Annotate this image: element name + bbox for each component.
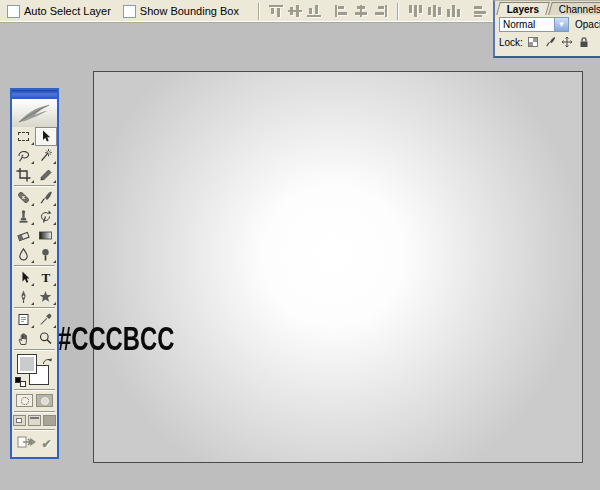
align-right-edges-icon[interactable] <box>372 4 389 19</box>
tab-layers[interactable]: Layers <box>496 2 550 15</box>
crop-tool[interactable] <box>13 165 35 184</box>
layers-panel: Layers Channels Pat Normal ▼ Opaci Lock:… <box>493 0 600 58</box>
hex-color-label: #CCCBCC <box>58 319 174 358</box>
dodge-tool[interactable] <box>35 245 57 264</box>
toolbox-separator <box>14 307 55 308</box>
screen-mode-row <box>12 414 57 428</box>
standard-screen-mode-button[interactable] <box>13 415 26 426</box>
fullscreen-with-menu-button[interactable] <box>28 415 41 426</box>
rectangular-marquee-tool[interactable] <box>13 127 35 146</box>
swap-colors-icon[interactable] <box>41 353 54 371</box>
mask-mode-row <box>12 392 57 410</box>
pen-tool[interactable] <box>13 287 35 306</box>
gradient-tool[interactable] <box>35 226 57 245</box>
lock-pixels-icon[interactable] <box>544 36 557 49</box>
align-top-edges-icon[interactable] <box>268 4 285 19</box>
checkmark-icon[interactable]: ✔ <box>41 437 51 451</box>
clone-stamp-tool[interactable] <box>13 207 35 226</box>
eyedropper-tool[interactable] <box>35 310 57 329</box>
toolbox-separator <box>14 265 55 266</box>
slice-tool[interactable] <box>35 165 57 184</box>
foreground-color-swatch[interactable] <box>17 354 37 374</box>
tab-channels[interactable]: Channels <box>548 2 600 15</box>
blend-mode-row: Normal ▼ Opaci <box>495 15 600 33</box>
quick-mask-mode-button[interactable] <box>36 394 53 407</box>
distribute-left-edges-icon[interactable] <box>473 4 490 19</box>
tool-grid: T <box>12 268 57 306</box>
toolbox-palette: T <box>10 88 59 459</box>
toolbox-separator <box>14 389 55 390</box>
lock-position-icon[interactable] <box>561 36 574 49</box>
align-horizontal-centers-icon[interactable] <box>353 4 370 19</box>
distribute-vertical-centers-icon[interactable] <box>426 4 443 19</box>
jump-to-imageready-icon[interactable] <box>17 435 37 453</box>
palette-tabs: Layers Channels Pat <box>495 1 600 15</box>
tab-channels-label: Channels <box>559 4 600 15</box>
align-bottom-edges-icon[interactable] <box>306 4 323 19</box>
tool-grid <box>12 188 57 264</box>
toolbox-separator <box>14 411 55 412</box>
lasso-tool[interactable] <box>13 146 35 165</box>
custom-shape-tool[interactable] <box>35 287 57 306</box>
show-bounding-box-label: Show Bounding Box <box>140 5 239 17</box>
opacity-label: Opaci <box>575 19 600 30</box>
color-swatch-area <box>12 352 57 388</box>
svg-text:T: T <box>42 270 51 285</box>
toolbox-separator <box>14 349 55 350</box>
tool-grid <box>12 127 57 184</box>
hand-tool[interactable] <box>13 329 35 348</box>
move-tool[interactable] <box>35 127 57 146</box>
lock-label: Lock: <box>499 37 523 48</box>
align-left-edges-icon[interactable] <box>334 4 351 19</box>
distribute-top-edges-icon[interactable] <box>407 4 424 19</box>
show-bounding-box-checkbox[interactable] <box>123 5 136 18</box>
brush-tool[interactable] <box>35 188 57 207</box>
blend-mode-value: Normal <box>500 19 535 30</box>
notes-tool[interactable] <box>13 310 35 329</box>
auto-select-layer-label: Auto Select Layer <box>24 5 111 17</box>
distribute-bottom-edges-icon[interactable] <box>445 4 462 19</box>
blur-tool[interactable] <box>13 245 35 264</box>
tab-layers-label: Layers <box>507 4 539 15</box>
auto-select-layer-checkbox[interactable] <box>7 5 20 18</box>
zoom-tool[interactable] <box>35 329 57 348</box>
default-colors-icon[interactable] <box>15 377 26 387</box>
options-separator <box>397 3 399 20</box>
path-selection-tool[interactable] <box>13 268 35 287</box>
history-brush-tool[interactable] <box>35 207 57 226</box>
tool-grid <box>12 310 57 348</box>
lock-row: Lock: F <box>495 33 600 51</box>
options-separator <box>258 3 260 20</box>
toolbox-titlebar[interactable] <box>12 90 57 99</box>
eraser-tool[interactable] <box>13 226 35 245</box>
toolbox-separator <box>14 185 55 186</box>
type-tool[interactable]: T <box>35 268 57 287</box>
imageready-row: ✔ <box>12 432 57 457</box>
standard-mode-button[interactable] <box>16 394 33 407</box>
chevron-down-icon[interactable]: ▼ <box>554 18 568 31</box>
magic-wand-tool[interactable] <box>35 146 57 165</box>
align-vertical-centers-icon[interactable] <box>287 4 304 19</box>
lock-transparency-icon[interactable] <box>527 36 540 49</box>
healing-brush-tool[interactable] <box>13 188 35 207</box>
blend-mode-select[interactable]: Normal ▼ <box>499 17 569 32</box>
toolbox-separator <box>14 429 55 430</box>
photoshop-feather-logo <box>12 99 57 127</box>
document-canvas[interactable] <box>93 71 583 463</box>
fullscreen-mode-button[interactable] <box>43 415 56 426</box>
lock-all-icon[interactable] <box>578 36 591 49</box>
